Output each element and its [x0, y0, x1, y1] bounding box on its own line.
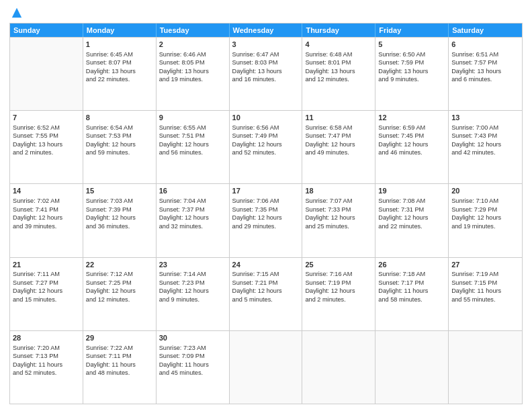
calendar-week-5: 28Sunrise: 7:20 AM Sunset: 7:13 PM Dayli… [10, 330, 522, 404]
weekday-header-tuesday: Tuesday [157, 24, 230, 37]
day-number: 16 [159, 186, 226, 196]
weekday-header-thursday: Thursday [302, 24, 375, 37]
day-info: Sunrise: 7:14 AM Sunset: 7:23 PM Dayligh… [159, 271, 209, 302]
day-info: Sunrise: 6:48 AM Sunset: 8:01 PM Dayligh… [305, 51, 355, 83]
calendar-day-17: 17Sunrise: 7:06 AM Sunset: 7:35 PM Dayli… [230, 184, 303, 257]
calendar-day-29: 29Sunrise: 7:22 AM Sunset: 7:11 PM Dayli… [83, 331, 157, 404]
day-number: 28 [13, 333, 80, 343]
calendar-day-14: 14Sunrise: 7:02 AM Sunset: 7:41 PM Dayli… [10, 184, 83, 257]
logo-icon [11, 7, 23, 19]
calendar-day-3: 3Sunrise: 6:47 AM Sunset: 8:03 PM Daylig… [230, 38, 303, 110]
calendar-day-8: 8Sunrise: 6:54 AM Sunset: 7:53 PM Daylig… [83, 111, 157, 183]
weekday-header-friday: Friday [375, 24, 449, 37]
day-info: Sunrise: 7:11 AM Sunset: 7:27 PM Dayligh… [13, 271, 62, 302]
day-number: 23 [159, 260, 226, 270]
calendar: SundayMondayTuesdayWednesdayThursdayFrid… [9, 23, 523, 404]
calendar-day-4: 4Sunrise: 6:48 AM Sunset: 8:01 PM Daylig… [302, 38, 375, 110]
calendar-day-1: 1Sunrise: 6:45 AM Sunset: 8:07 PM Daylig… [83, 38, 157, 110]
day-info: Sunrise: 7:23 AM Sunset: 7:09 PM Dayligh… [159, 345, 209, 376]
svg-marker-0 [12, 8, 21, 17]
day-info: Sunrise: 7:07 AM Sunset: 7:33 PM Dayligh… [305, 197, 355, 229]
day-number: 27 [451, 260, 519, 270]
calendar-day-empty [449, 331, 522, 404]
day-number: 7 [13, 113, 80, 123]
day-number: 22 [86, 260, 153, 270]
day-number: 26 [378, 260, 445, 270]
day-number: 1 [86, 40, 153, 50]
day-number: 24 [232, 260, 300, 270]
day-info: Sunrise: 7:18 AM Sunset: 7:17 PM Dayligh… [378, 271, 428, 302]
calendar-day-empty [230, 331, 303, 404]
day-number: 12 [378, 113, 445, 123]
day-info: Sunrise: 6:54 AM Sunset: 7:53 PM Dayligh… [86, 124, 136, 156]
day-info: Sunrise: 7:00 AM Sunset: 7:43 PM Dayligh… [451, 124, 501, 156]
day-info: Sunrise: 7:02 AM Sunset: 7:41 PM Dayligh… [13, 197, 62, 229]
day-number: 5 [378, 40, 445, 50]
calendar-body: 1Sunrise: 6:45 AM Sunset: 8:07 PM Daylig… [10, 37, 522, 404]
day-info: Sunrise: 7:08 AM Sunset: 7:31 PM Dayligh… [378, 197, 428, 229]
calendar-week-1: 1Sunrise: 6:45 AM Sunset: 8:07 PM Daylig… [10, 37, 522, 110]
day-number: 30 [159, 333, 226, 343]
day-number: 11 [305, 113, 372, 123]
calendar-day-22: 22Sunrise: 7:12 AM Sunset: 7:25 PM Dayli… [83, 258, 157, 330]
day-number: 19 [378, 186, 445, 196]
calendar-day-empty [10, 38, 83, 110]
calendar-day-25: 25Sunrise: 7:16 AM Sunset: 7:19 PM Dayli… [302, 258, 375, 330]
day-info: Sunrise: 6:47 AM Sunset: 8:03 PM Dayligh… [232, 51, 282, 83]
day-info: Sunrise: 6:58 AM Sunset: 7:47 PM Dayligh… [305, 124, 355, 156]
day-info: Sunrise: 7:16 AM Sunset: 7:19 PM Dayligh… [305, 271, 355, 302]
calendar-day-24: 24Sunrise: 7:15 AM Sunset: 7:21 PM Dayli… [230, 258, 303, 330]
day-info: Sunrise: 6:45 AM Sunset: 8:07 PM Dayligh… [86, 51, 136, 83]
weekday-header-sunday: Sunday [10, 24, 83, 37]
day-number: 14 [13, 186, 80, 196]
day-number: 4 [305, 40, 372, 50]
calendar-day-19: 19Sunrise: 7:08 AM Sunset: 7:31 PM Dayli… [375, 184, 449, 257]
calendar-week-3: 14Sunrise: 7:02 AM Sunset: 7:41 PM Dayli… [10, 183, 522, 257]
day-info: Sunrise: 7:15 AM Sunset: 7:21 PM Dayligh… [232, 271, 282, 302]
calendar-day-13: 13Sunrise: 7:00 AM Sunset: 7:43 PM Dayli… [449, 111, 522, 183]
day-number: 18 [305, 186, 372, 196]
calendar-day-15: 15Sunrise: 7:03 AM Sunset: 7:39 PM Dayli… [83, 184, 157, 257]
weekday-header-saturday: Saturday [449, 24, 522, 37]
day-info: Sunrise: 6:52 AM Sunset: 7:55 PM Dayligh… [13, 124, 62, 156]
calendar-day-7: 7Sunrise: 6:52 AM Sunset: 7:55 PM Daylig… [10, 111, 83, 183]
day-number: 21 [13, 260, 80, 270]
calendar-day-12: 12Sunrise: 6:59 AM Sunset: 7:45 PM Dayli… [375, 111, 449, 183]
day-info: Sunrise: 7:22 AM Sunset: 7:11 PM Dayligh… [86, 345, 136, 376]
calendar-day-23: 23Sunrise: 7:14 AM Sunset: 7:23 PM Dayli… [157, 258, 230, 330]
calendar-day-21: 21Sunrise: 7:11 AM Sunset: 7:27 PM Dayli… [10, 258, 83, 330]
calendar-day-26: 26Sunrise: 7:18 AM Sunset: 7:17 PM Dayli… [375, 258, 449, 330]
calendar-week-2: 7Sunrise: 6:52 AM Sunset: 7:55 PM Daylig… [10, 110, 522, 183]
calendar-day-20: 20Sunrise: 7:10 AM Sunset: 7:29 PM Dayli… [449, 184, 522, 257]
day-info: Sunrise: 7:10 AM Sunset: 7:29 PM Dayligh… [451, 197, 501, 229]
logo [9, 7, 23, 19]
weekday-header-monday: Monday [83, 24, 157, 37]
day-number: 17 [232, 186, 300, 196]
day-info: Sunrise: 7:20 AM Sunset: 7:13 PM Dayligh… [13, 345, 62, 376]
header [9, 7, 523, 19]
day-number: 15 [86, 186, 153, 196]
day-info: Sunrise: 6:59 AM Sunset: 7:45 PM Dayligh… [378, 124, 428, 156]
day-info: Sunrise: 7:19 AM Sunset: 7:15 PM Dayligh… [451, 271, 501, 302]
calendar-day-5: 5Sunrise: 6:50 AM Sunset: 7:59 PM Daylig… [375, 38, 449, 110]
calendar-day-empty [302, 331, 375, 404]
logo-text [9, 7, 23, 19]
calendar-week-4: 21Sunrise: 7:11 AM Sunset: 7:27 PM Dayli… [10, 257, 522, 330]
day-info: Sunrise: 7:03 AM Sunset: 7:39 PM Dayligh… [86, 197, 136, 229]
day-number: 6 [451, 40, 519, 50]
calendar-day-16: 16Sunrise: 7:04 AM Sunset: 7:37 PM Dayli… [157, 184, 230, 257]
day-info: Sunrise: 6:51 AM Sunset: 7:57 PM Dayligh… [451, 51, 501, 83]
calendar-day-empty [375, 331, 449, 404]
calendar-day-27: 27Sunrise: 7:19 AM Sunset: 7:15 PM Dayli… [449, 258, 522, 330]
calendar-day-30: 30Sunrise: 7:23 AM Sunset: 7:09 PM Dayli… [157, 331, 230, 404]
calendar-day-18: 18Sunrise: 7:07 AM Sunset: 7:33 PM Dayli… [302, 184, 375, 257]
day-number: 25 [305, 260, 372, 270]
calendar-day-9: 9Sunrise: 6:55 AM Sunset: 7:51 PM Daylig… [157, 111, 230, 183]
calendar-day-10: 10Sunrise: 6:56 AM Sunset: 7:49 PM Dayli… [230, 111, 303, 183]
day-info: Sunrise: 7:12 AM Sunset: 7:25 PM Dayligh… [86, 271, 136, 302]
day-number: 3 [232, 40, 300, 50]
calendar-day-2: 2Sunrise: 6:46 AM Sunset: 8:05 PM Daylig… [157, 38, 230, 110]
day-number: 9 [159, 113, 226, 123]
day-number: 29 [86, 333, 153, 343]
day-number: 2 [159, 40, 226, 50]
